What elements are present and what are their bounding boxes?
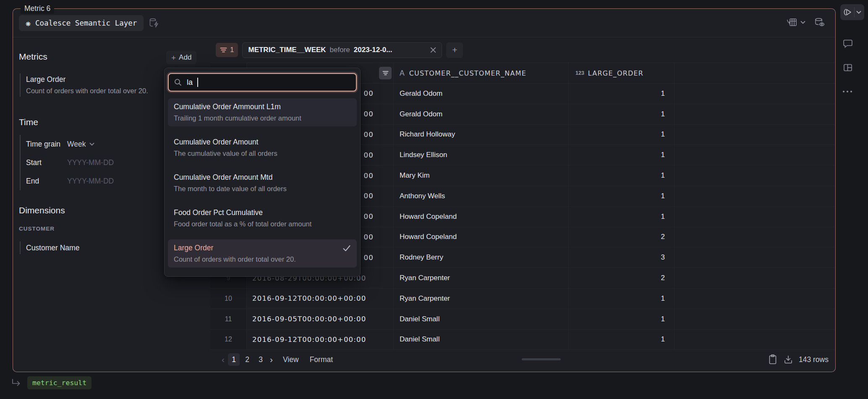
cell-date: 2016-09-12T00:00:00+00:00 bbox=[247, 289, 394, 309]
copy-clipboard-icon[interactable] bbox=[768, 354, 778, 365]
page-button-3[interactable]: 3 bbox=[255, 353, 267, 366]
chevron-down-icon[interactable] bbox=[800, 19, 806, 27]
more-options-icon[interactable] bbox=[842, 90, 853, 93]
cell-empty bbox=[675, 125, 835, 145]
time-grain-value: Week bbox=[67, 140, 86, 149]
search-query-text: la bbox=[187, 78, 193, 87]
dimensions-section-title: Dimensions bbox=[19, 205, 65, 215]
dimension-group-label: CUSTOMER bbox=[19, 226, 55, 232]
cell-customer-name: Ryan Carpenter bbox=[394, 268, 569, 288]
add-filter-button[interactable]: + bbox=[446, 42, 463, 58]
add-metric-button[interactable]: + Add bbox=[166, 51, 196, 64]
cell-output-row: metric_result bbox=[11, 376, 92, 389]
cell-large-order: 1 bbox=[569, 207, 675, 227]
metric-option-description: Food order total as a % of total order a… bbox=[174, 218, 351, 229]
download-icon[interactable] bbox=[783, 354, 793, 365]
semantic-layer-source-chip[interactable]: ❋ Coalesce Semantic Layer bbox=[19, 15, 144, 31]
end-label: End bbox=[26, 177, 67, 186]
metric-option[interactable]: Cumulative Order Ammount L1m Trailing 1 … bbox=[168, 98, 357, 126]
metric-option[interactable]: Cumulative Order Amount The cumulative v… bbox=[168, 134, 357, 162]
row-index: 11 bbox=[210, 309, 247, 329]
row-index: 12 bbox=[210, 330, 247, 350]
time-grain-select[interactable]: Week bbox=[67, 140, 95, 149]
metric-option[interactable]: Cumulative Order Amount Mtd The month to… bbox=[168, 169, 357, 197]
page-button-2[interactable]: 2 bbox=[241, 353, 253, 366]
cell-customer-name: Howard Copeland bbox=[394, 207, 569, 227]
metric-option-description: The cumulative value of all orders bbox=[174, 148, 351, 159]
table-row: 12 2016-09-12T00:00:00+00:00 Daniel Smal… bbox=[210, 330, 835, 350]
metric-option-description: Count of orders with order total over 20… bbox=[174, 254, 351, 265]
cell-large-order: 1 bbox=[569, 165, 675, 186]
cell-empty bbox=[675, 165, 835, 186]
chevron-down-icon[interactable] bbox=[856, 9, 862, 15]
search-icon bbox=[174, 78, 182, 87]
metric-option-description: Trailing 1 month cumulative order amount bbox=[174, 113, 351, 123]
column-filter-button[interactable] bbox=[379, 67, 392, 79]
filter-count-badge[interactable]: 1 bbox=[216, 43, 238, 57]
horizontal-scrollbar-thumb[interactable] bbox=[522, 358, 561, 360]
cell-customer-name: Rodney Berry bbox=[394, 247, 569, 268]
run-cell-button[interactable] bbox=[840, 4, 864, 20]
cell-customer-name: Mary Kim bbox=[394, 165, 569, 186]
next-page-button[interactable]: › bbox=[270, 354, 273, 365]
cell-customer-name: Gerald Odom bbox=[394, 84, 569, 104]
remove-filter-button[interactable] bbox=[430, 47, 436, 53]
metric-option-selected[interactable]: Large Order Count of orders with order t… bbox=[168, 239, 357, 268]
footer-right-group: 143 rows bbox=[768, 354, 829, 365]
comment-icon[interactable] bbox=[842, 39, 853, 49]
database-eye-icon[interactable] bbox=[814, 17, 825, 29]
metric-option-title: Large Order bbox=[174, 242, 213, 254]
app-canvas: Metric 6 ❋ Coalesce Semantic Layer bbox=[0, 0, 868, 399]
filter-operator: before bbox=[330, 46, 350, 54]
cell-date: 2016-09-12T00:00:00+00:00 bbox=[247, 330, 394, 350]
metric-search-input[interactable]: la bbox=[168, 73, 357, 92]
row-index: 10 bbox=[210, 289, 247, 309]
end-date-input[interactable]: YYYY-MM-DD bbox=[67, 177, 114, 186]
source-chip-label: Coalesce Semantic Layer bbox=[35, 19, 137, 27]
cell-customer-name: Gerald Odom bbox=[394, 104, 569, 124]
metric-option-description: The month to date value of all orders bbox=[174, 183, 351, 194]
filter-icon bbox=[220, 47, 227, 53]
filter-field: METRIC_TIME__WEEK bbox=[248, 46, 326, 54]
database-lightning-icon[interactable] bbox=[149, 18, 159, 29]
format-menu-button[interactable]: Format bbox=[310, 355, 333, 364]
output-variable-chip[interactable]: metric_result bbox=[27, 376, 92, 389]
page-button-1[interactable]: 1 bbox=[228, 353, 240, 366]
filter-chip[interactable]: METRIC_TIME__WEEK before 2023-12-0... bbox=[242, 42, 442, 58]
column-header-large-order[interactable]: 123 LARGE_ORDER bbox=[569, 63, 675, 83]
output-arrow-icon bbox=[11, 378, 22, 388]
cell-empty bbox=[675, 227, 835, 247]
cell-header: ❋ Coalesce Semantic Layer bbox=[13, 9, 835, 37]
cell-customer-name: Richard Holloway bbox=[394, 125, 569, 145]
metric-option-title: Cumulative Order Ammount L1m bbox=[174, 101, 351, 113]
cell-header-actions bbox=[778, 17, 825, 29]
cell-empty bbox=[675, 207, 835, 227]
table-import-icon[interactable] bbox=[787, 17, 797, 29]
metric-option[interactable]: Food Order Pct Cumulative Food order tot… bbox=[168, 204, 357, 232]
metric-option-title: Food Order Pct Cumulative bbox=[174, 207, 351, 218]
metric-search-dropdown: la Cumulative Order Ammount L1m Trailing… bbox=[164, 68, 361, 277]
cell-large-order: 1 bbox=[569, 289, 675, 309]
start-date-input[interactable]: YYYY-MM-DD bbox=[67, 158, 114, 167]
cell-empty bbox=[675, 289, 835, 309]
column-label: LARGE_ORDER bbox=[588, 69, 643, 77]
cell-large-order: 2 bbox=[569, 268, 675, 288]
check-icon bbox=[342, 244, 351, 252]
cell-empty bbox=[675, 84, 835, 104]
prev-page-button[interactable]: ‹ bbox=[222, 354, 225, 365]
start-label: Start bbox=[26, 158, 67, 167]
column-header-customer-name[interactable]: A CUSTOMER__CUSTOMER_NAME bbox=[394, 63, 569, 83]
text-cursor bbox=[197, 78, 198, 87]
time-section-title: Time bbox=[19, 117, 38, 127]
cell-empty bbox=[675, 145, 835, 165]
layout-panels-icon[interactable] bbox=[843, 63, 853, 72]
cell-empty bbox=[675, 247, 835, 268]
row-count: 143 rows bbox=[799, 355, 829, 364]
cell-large-order: 1 bbox=[569, 125, 675, 145]
cell-empty bbox=[675, 309, 835, 329]
close-icon bbox=[430, 47, 436, 53]
cell-large-order: 1 bbox=[569, 330, 675, 350]
cell-large-order: 1 bbox=[569, 145, 675, 165]
view-menu-button[interactable]: View bbox=[283, 355, 299, 364]
cell-large-order: 1 bbox=[569, 104, 675, 124]
